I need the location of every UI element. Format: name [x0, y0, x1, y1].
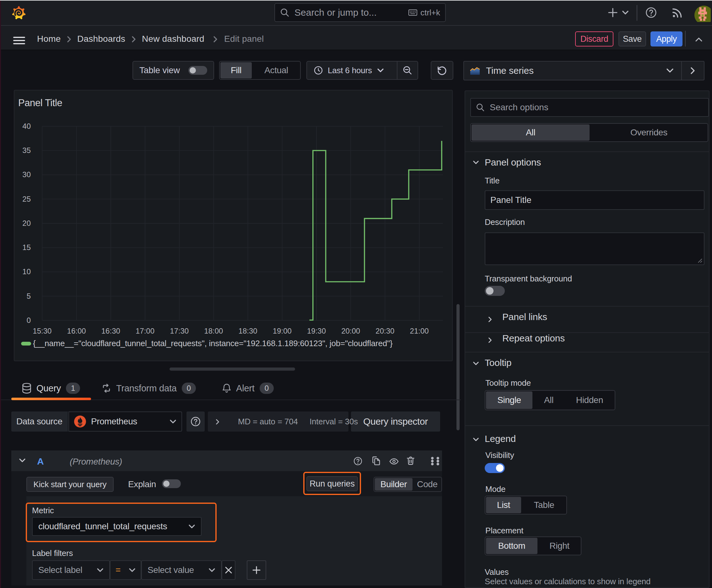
svg-text:10: 10: [22, 267, 31, 276]
svg-text:21:00: 21:00: [410, 327, 429, 335]
svg-text:25: 25: [22, 195, 31, 203]
svg-text:16:00: 16:00: [67, 327, 86, 335]
svg-text:35: 35: [22, 146, 31, 154]
svg-text:17:00: 17:00: [136, 327, 154, 335]
svg-text:20:30: 20:30: [375, 327, 394, 335]
svg-text:{__name__="cloudflared_tunnel_: {__name__="cloudflared_tunnel_total_requ…: [33, 339, 393, 348]
svg-text:40: 40: [22, 122, 31, 130]
svg-text:15:30: 15:30: [33, 327, 51, 335]
svg-text:19:00: 19:00: [273, 327, 292, 335]
svg-text:18:30: 18:30: [239, 327, 257, 335]
svg-text:19:30: 19:30: [307, 327, 326, 335]
svg-text:18:00: 18:00: [204, 327, 223, 335]
svg-text:30: 30: [22, 170, 31, 179]
svg-text:15: 15: [22, 243, 31, 252]
svg-text:17:30: 17:30: [170, 327, 189, 335]
svg-text:16:30: 16:30: [102, 327, 120, 335]
svg-text:5: 5: [27, 292, 31, 300]
svg-text:0: 0: [27, 316, 31, 324]
svg-text:20:00: 20:00: [341, 327, 360, 335]
svg-text:20: 20: [22, 219, 31, 227]
